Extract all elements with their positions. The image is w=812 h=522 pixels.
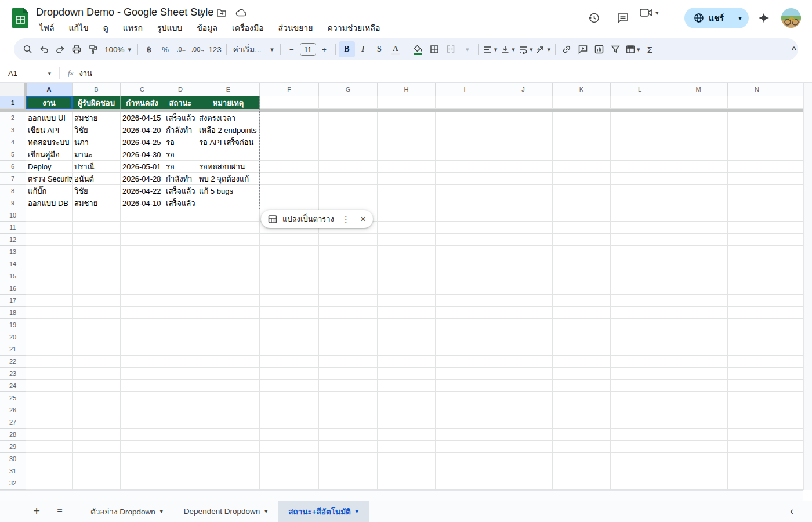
cell-N11[interactable] (728, 222, 786, 234)
cell-I20[interactable] (436, 331, 494, 343)
cell-C2[interactable]: 2026-04-15 (121, 112, 164, 124)
cell-L10[interactable] (611, 209, 669, 222)
row-header-5[interactable]: 5 (0, 148, 26, 161)
cell-B14[interactable] (72, 258, 121, 270)
cell-G28[interactable] (319, 429, 378, 441)
cell-K10[interactable] (553, 209, 611, 222)
cell-L15[interactable] (611, 270, 669, 282)
cell-A7[interactable]: ตรวจ Security (26, 173, 72, 185)
row-header-25[interactable]: 25 (0, 392, 26, 404)
cell-G17[interactable] (319, 295, 378, 307)
cell-K11[interactable] (553, 222, 611, 234)
cell-x24[interactable] (786, 380, 803, 392)
cell-B24[interactable] (72, 380, 121, 392)
bold-button[interactable]: B (339, 41, 355, 57)
cell-E12[interactable] (197, 234, 260, 246)
cell-K31[interactable] (553, 465, 611, 477)
cell-I30[interactable] (436, 453, 494, 465)
cell-J2[interactable] (494, 112, 553, 124)
cell-K29[interactable] (553, 441, 611, 453)
column-header-M[interactable]: M (669, 83, 728, 96)
cell-M23[interactable] (669, 368, 728, 380)
functions-button[interactable]: Σ (641, 41, 658, 57)
cell-G32[interactable] (319, 477, 378, 490)
cell-D30[interactable] (164, 453, 197, 465)
cell-C25[interactable] (121, 392, 164, 404)
row-header-11[interactable]: 11 (0, 222, 26, 234)
cell-M16[interactable] (669, 282, 728, 295)
cell-F17[interactable] (260, 295, 319, 307)
cell-L13[interactable] (611, 246, 669, 258)
cell-J28[interactable] (494, 429, 553, 441)
cell-I21[interactable] (436, 343, 494, 356)
cell-G22[interactable] (319, 356, 378, 368)
cell-H5[interactable] (378, 148, 436, 161)
cell-x30[interactable] (786, 453, 803, 465)
cell-H4[interactable] (378, 136, 436, 148)
cell-N28[interactable] (728, 429, 786, 441)
insert-link-icon[interactable] (559, 41, 575, 57)
cell-C6[interactable]: 2026-05-01 (121, 161, 164, 173)
cell-N31[interactable] (728, 465, 786, 477)
table-views-button[interactable]: ▾ (624, 41, 642, 57)
column-header-G[interactable]: G (319, 83, 378, 96)
cell-K25[interactable] (553, 392, 611, 404)
cell-N15[interactable] (728, 270, 786, 282)
all-sheets-menu-icon[interactable]: ≡ (51, 501, 68, 522)
cell-C32[interactable] (121, 477, 164, 490)
cell-F26[interactable] (260, 404, 319, 416)
cell-C24[interactable] (121, 380, 164, 392)
cell-A9[interactable]: ออกแบบ DB (26, 197, 72, 209)
cell-E4[interactable]: รอ API เสร็จก่อน (197, 136, 260, 148)
cell-K4[interactable] (553, 136, 611, 148)
cell-A29[interactable] (26, 441, 72, 453)
cell-x19[interactable] (786, 319, 803, 331)
row-header-7[interactable]: 7 (0, 173, 26, 185)
cell-F3[interactable] (260, 124, 319, 136)
cell-N16[interactable] (728, 282, 786, 295)
column-header-J[interactable]: J (494, 83, 553, 96)
row-header-2[interactable]: 2 (0, 112, 26, 124)
cell-F19[interactable] (260, 319, 319, 331)
vertical-align-button[interactable]: ▾ (499, 41, 517, 57)
cell-K26[interactable] (553, 404, 611, 416)
cell-J5[interactable] (494, 148, 553, 161)
fill-color-button[interactable] (410, 41, 426, 57)
cell-B25[interactable] (72, 392, 121, 404)
add-sheet-button[interactable]: + (28, 501, 45, 522)
italic-button[interactable]: I (355, 41, 371, 57)
row-header-27[interactable]: 27 (0, 416, 26, 429)
cell-x13[interactable] (786, 246, 803, 258)
menu-item[interactable]: แก้ไข (66, 20, 92, 35)
cell-L11[interactable] (611, 222, 669, 234)
cell-I25[interactable] (436, 392, 494, 404)
cell-N8[interactable] (728, 185, 786, 197)
cell-A11[interactable] (26, 222, 72, 234)
menu-item[interactable]: ข้อมูล (193, 20, 221, 35)
cell-E5[interactable] (197, 148, 260, 161)
cell-J17[interactable] (494, 295, 553, 307)
cell-F20[interactable] (260, 331, 319, 343)
cell-L24[interactable] (611, 380, 669, 392)
cell-F14[interactable] (260, 258, 319, 270)
cell-D27[interactable] (164, 416, 197, 429)
cell-J13[interactable] (494, 246, 553, 258)
cell-H31[interactable] (378, 465, 436, 477)
column-header-F[interactable]: F (260, 83, 319, 96)
cell-A4[interactable]: ทดสอบระบบ (26, 136, 72, 148)
cell-x11[interactable] (786, 222, 803, 234)
cell-C12[interactable] (121, 234, 164, 246)
share-button[interactable]: แชร์ (684, 8, 731, 28)
formula-bar-value[interactable]: งาน (79, 67, 92, 79)
row-header-23[interactable]: 23 (0, 368, 26, 380)
cell-M25[interactable] (669, 392, 728, 404)
cell-B12[interactable] (72, 234, 121, 246)
cell-A8[interactable]: แก้บั๊ก (26, 185, 72, 197)
cell-B10[interactable] (72, 209, 121, 222)
column-header-H[interactable]: H (378, 83, 436, 96)
cell-E16[interactable] (197, 282, 260, 295)
cell-A18[interactable] (26, 307, 72, 319)
cell-F16[interactable] (260, 282, 319, 295)
column-header-A[interactable]: A (26, 83, 72, 96)
cell-I4[interactable] (436, 136, 494, 148)
